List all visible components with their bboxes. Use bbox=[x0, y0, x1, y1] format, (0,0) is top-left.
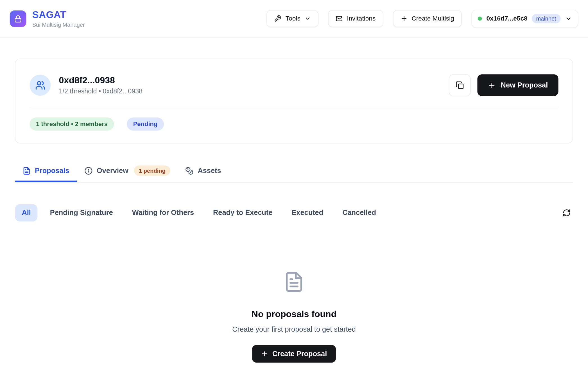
multisig-avatar bbox=[30, 75, 51, 96]
tab-overview-label: Overview bbox=[97, 167, 128, 175]
members-badge: 1 threshold • 2 members bbox=[30, 118, 114, 131]
tab-proposals-label: Proposals bbox=[35, 167, 69, 175]
tools-label: Tools bbox=[286, 15, 300, 23]
multisig-card: 0xd8f2...0938 1/2 threshold • 0xd8f2...0… bbox=[15, 59, 573, 143]
proposal-filters: All Pending Signature Waiting for Others… bbox=[15, 204, 573, 221]
document-icon bbox=[283, 271, 305, 293]
app-title: SAGAT bbox=[32, 10, 85, 20]
info-icon bbox=[84, 167, 92, 175]
header: SAGAT Sui Multisig Manager Tools bbox=[0, 0, 588, 37]
plus-icon bbox=[400, 15, 407, 22]
wallet-address: 0x16d7...e5c8 bbox=[486, 15, 527, 23]
new-proposal-button[interactable]: New Proposal bbox=[478, 74, 558, 96]
connection-status-dot bbox=[478, 17, 482, 21]
users-icon bbox=[35, 80, 45, 90]
empty-state-title: No proposals found bbox=[252, 309, 336, 319]
filter-waiting-for-others[interactable]: Waiting for Others bbox=[125, 204, 201, 221]
copy-icon bbox=[456, 81, 464, 90]
file-text-icon bbox=[22, 167, 31, 175]
plus-icon bbox=[261, 350, 268, 357]
app-root: SAGAT Sui Multisig Manager Tools bbox=[0, 0, 588, 386]
wallet-selector[interactable]: 0x16d7...e5c8 mainnet bbox=[471, 10, 578, 28]
create-proposal-label: Create Proposal bbox=[272, 350, 327, 358]
create-multisig-label: Create Multisig bbox=[411, 15, 454, 23]
wrench-icon bbox=[274, 15, 281, 22]
plus-icon bbox=[488, 81, 496, 89]
tab-assets-label: Assets bbox=[198, 167, 221, 175]
card-divider bbox=[30, 108, 558, 108]
create-multisig-button[interactable]: Create Multisig bbox=[393, 10, 462, 27]
filter-pending-signature[interactable]: Pending Signature bbox=[43, 204, 120, 221]
multisig-info: 0xd8f2...0938 1/2 threshold • 0xd8f2...0… bbox=[59, 75, 143, 95]
app-logo bbox=[10, 10, 26, 27]
empty-state-subtitle: Create your first proposal to get starte… bbox=[232, 326, 356, 334]
pending-count-badge: 1 pending bbox=[134, 165, 170, 176]
multisig-card-header: 0xd8f2...0938 1/2 threshold • 0xd8f2...0… bbox=[30, 74, 558, 96]
chevron-down-icon bbox=[565, 15, 572, 22]
filter-cancelled[interactable]: Cancelled bbox=[336, 204, 383, 221]
tab-assets[interactable]: Assets bbox=[178, 162, 229, 181]
brand: SAGAT Sui Multisig Manager bbox=[10, 10, 85, 28]
multisig-title: 0xd8f2...0938 bbox=[59, 75, 143, 85]
network-badge: mainnet bbox=[532, 14, 560, 23]
filter-executed[interactable]: Executed bbox=[285, 204, 330, 221]
copy-address-button[interactable] bbox=[449, 74, 471, 96]
refresh-icon bbox=[562, 209, 571, 217]
status-badge: Pending bbox=[127, 118, 164, 131]
badge-row: 1 threshold • 2 members Pending bbox=[30, 118, 558, 131]
new-proposal-label: New Proposal bbox=[501, 81, 548, 89]
filter-ready-to-execute[interactable]: Ready to Execute bbox=[206, 204, 279, 221]
tab-proposals[interactable]: Proposals bbox=[15, 162, 77, 181]
app-tagline: Sui Multisig Manager bbox=[32, 21, 85, 28]
mail-icon bbox=[336, 15, 343, 22]
refresh-button[interactable] bbox=[560, 207, 573, 219]
coins-icon bbox=[185, 167, 193, 175]
chevron-down-icon bbox=[304, 15, 311, 22]
tab-bar: Proposals Overview 1 pending Assets bbox=[15, 161, 573, 183]
tab-overview[interactable]: Overview 1 pending bbox=[77, 161, 178, 182]
empty-state: No proposals found Create your first pro… bbox=[0, 271, 588, 363]
create-proposal-button[interactable]: Create Proposal bbox=[252, 345, 336, 363]
lock-icon bbox=[14, 14, 22, 23]
brand-text: SAGAT Sui Multisig Manager bbox=[32, 10, 85, 28]
filter-all[interactable]: All bbox=[15, 204, 37, 221]
header-actions: Tools Invitations Create Multisig bbox=[267, 10, 578, 28]
multisig-actions: New Proposal bbox=[449, 74, 558, 96]
invitations-button[interactable]: Invitations bbox=[328, 10, 383, 27]
tools-button[interactable]: Tools bbox=[267, 10, 318, 27]
multisig-subtitle: 1/2 threshold • 0xd8f2...0938 bbox=[59, 87, 143, 95]
invitations-label: Invitations bbox=[347, 15, 376, 23]
